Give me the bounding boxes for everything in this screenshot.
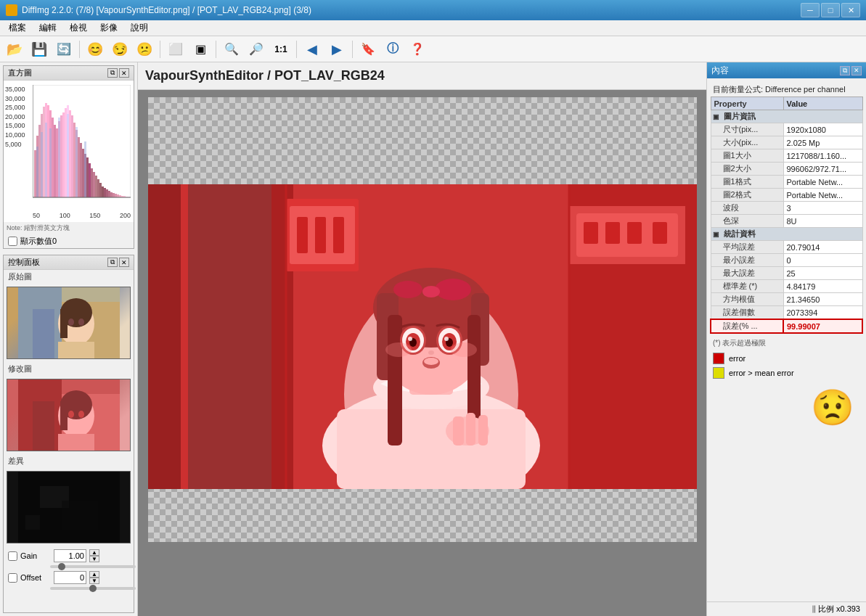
bookmark-button[interactable]: 🔖 bbox=[356, 39, 380, 59]
modified-thumb-svg bbox=[18, 379, 120, 451]
prop-img1-fmt-value: Portable Netw... bbox=[783, 176, 862, 189]
title-bar-left: DiffImg 2.2.0: (7/8) [VapourSynthEditor.… bbox=[6, 4, 311, 16]
gain-slider-row bbox=[8, 565, 129, 568]
prop-img1-size-label: 圖1大小 bbox=[711, 149, 783, 163]
svg-point-74 bbox=[78, 411, 84, 418]
show-numbers-label: 顯示數值0 bbox=[20, 236, 57, 247]
original-thumb-svg bbox=[18, 287, 120, 358]
image-viewport[interactable] bbox=[138, 90, 706, 616]
next-button[interactable]: ▶ bbox=[325, 39, 348, 59]
layout1-button[interactable]: ⬜ bbox=[164, 39, 187, 59]
menu-bar: 檔案 編輯 檢視 影像 說明 bbox=[0, 20, 866, 36]
prev-button[interactable]: ◀ bbox=[301, 39, 324, 59]
scale-11-button[interactable]: 1:1 bbox=[269, 39, 293, 59]
svg-rect-126 bbox=[478, 415, 488, 445]
diff-thumbnail[interactable] bbox=[7, 471, 131, 543]
svg-rect-31 bbox=[99, 183, 102, 197]
svg-rect-51 bbox=[75, 127, 78, 197]
prop-row-err-pct: 誤差(% ... 99.99007 bbox=[711, 319, 862, 333]
stats-header-cell: ▣ 統計資料 bbox=[711, 228, 862, 241]
menu-edit[interactable]: 編輯 bbox=[33, 20, 62, 36]
smiley2-button[interactable]: 😏 bbox=[108, 39, 131, 59]
image-canvas[interactable] bbox=[148, 97, 697, 542]
right-panel-float-button[interactable]: ⧉ bbox=[840, 66, 850, 75]
svg-rect-21 bbox=[78, 137, 80, 197]
svg-rect-5 bbox=[43, 107, 45, 197]
refresh-button[interactable]: 🔄 bbox=[52, 39, 75, 59]
gain-slider[interactable] bbox=[50, 565, 136, 568]
offset-slider[interactable] bbox=[50, 587, 136, 590]
original-thumbnail[interactable] bbox=[7, 287, 131, 359]
menu-help[interactable]: 說明 bbox=[125, 20, 154, 36]
gain-up-button[interactable]: ▲ bbox=[89, 549, 99, 556]
prop-row-depth: 色深 8U bbox=[711, 215, 862, 228]
legend-mean-error-color bbox=[713, 367, 724, 379]
metric-formula-label: 目前衡量公式: Difference per channel bbox=[710, 81, 863, 96]
svg-point-106 bbox=[422, 286, 440, 297]
histogram-float-button[interactable]: ⧉ bbox=[107, 68, 118, 78]
prop-img1-size-value: 1217088/1.160... bbox=[783, 149, 862, 163]
offset-input[interactable] bbox=[54, 571, 86, 584]
open-button[interactable]: 📂 bbox=[3, 39, 26, 59]
zoom-in-button[interactable]: 🔎 bbox=[245, 39, 268, 59]
svg-rect-11 bbox=[56, 128, 58, 197]
prop-err-count-label: 誤差個數 bbox=[711, 306, 783, 320]
svg-rect-26 bbox=[89, 163, 91, 197]
histogram-title: 直方圖 ⧉ ✕ bbox=[4, 66, 134, 81]
info-button[interactable]: ⓘ bbox=[381, 39, 404, 59]
prop-row-max-err: 最大誤差 25 bbox=[711, 267, 862, 280]
svg-rect-92 bbox=[315, 217, 326, 253]
left-panel: 直方圖 ⧉ ✕ 35,000 30,000 25,000 20,000 15,0… bbox=[0, 62, 138, 616]
layout2-button[interactable]: ▣ bbox=[189, 39, 212, 59]
prop-max-err-value: 25 bbox=[783, 267, 862, 280]
prop-row-img1-fmt: 圖1格式 Portable Netw... bbox=[711, 176, 862, 189]
help-button[interactable]: ❓ bbox=[406, 39, 429, 59]
close-button[interactable]: ✕ bbox=[841, 3, 860, 17]
svg-rect-82 bbox=[184, 184, 271, 489]
menu-view[interactable]: 檢視 bbox=[64, 20, 93, 36]
prop-rms-value: 21.34650 bbox=[783, 293, 862, 306]
save-button[interactable]: 💾 bbox=[28, 39, 51, 59]
svg-rect-93 bbox=[333, 217, 344, 253]
prop-img2-size-value: 996062/972.71... bbox=[783, 163, 862, 176]
smiley1-button[interactable]: 😊 bbox=[83, 39, 107, 59]
control-close-button[interactable]: ✕ bbox=[119, 258, 129, 267]
scale-bar: ‖ 比例 x0.393 bbox=[707, 601, 866, 616]
right-panel-close-button[interactable]: ✕ bbox=[851, 66, 862, 75]
smiley3-button[interactable]: 😕 bbox=[133, 39, 156, 59]
menu-file[interactable]: 檔案 bbox=[3, 20, 32, 36]
histogram-close-button[interactable]: ✕ bbox=[119, 68, 129, 78]
show-numbers-checkbox[interactable] bbox=[8, 237, 17, 246]
gain-input[interactable] bbox=[54, 549, 86, 562]
gain-checkbox[interactable] bbox=[8, 551, 17, 561]
svg-rect-72 bbox=[60, 401, 68, 430]
gain-down-button[interactable]: ▼ bbox=[89, 556, 99, 562]
minimize-button[interactable]: ─ bbox=[801, 3, 820, 17]
control-float-button[interactable]: ⧉ bbox=[107, 258, 118, 267]
histogram-y-labels: 35,000 30,000 25,000 20,000 15,000 10,00… bbox=[5, 85, 25, 149]
maximize-button[interactable]: □ bbox=[821, 3, 840, 17]
svg-point-63 bbox=[68, 319, 74, 326]
svg-rect-1 bbox=[34, 150, 36, 197]
prop-mean-err-value: 20.79014 bbox=[783, 241, 862, 254]
prop-row-img2-fmt: 圖2格式 Portable Netw... bbox=[711, 189, 862, 202]
zoom-button[interactable]: 🔍 bbox=[220, 39, 243, 59]
offset-label: Offset bbox=[20, 573, 51, 582]
offset-checkbox[interactable] bbox=[8, 573, 17, 583]
value-col-header: Value bbox=[783, 97, 862, 110]
svg-rect-78 bbox=[25, 515, 40, 530]
modified-thumbnail[interactable] bbox=[7, 379, 131, 451]
menu-image[interactable]: 影像 bbox=[94, 20, 123, 36]
svg-rect-30 bbox=[97, 179, 99, 197]
toolbar: 📂 💾 🔄 😊 😏 😕 ⬜ ▣ 🔍 🔎 1:1 ◀ ▶ 🔖 ⓘ ❓ bbox=[0, 36, 866, 62]
offset-up-button[interactable]: ▲ bbox=[89, 571, 99, 578]
legend-error-label: error bbox=[729, 354, 746, 363]
legend-error-color bbox=[713, 353, 724, 364]
right-panel-buttons: ⧉ ✕ bbox=[840, 66, 862, 75]
svg-rect-34 bbox=[106, 189, 108, 197]
stats-collapse-icon: ▣ bbox=[713, 231, 719, 238]
prop-img2-fmt-value: Portable Netw... bbox=[783, 189, 862, 202]
svg-rect-15 bbox=[65, 108, 67, 197]
histogram-x-labels: 50 100 150 200 bbox=[33, 212, 131, 219]
offset-down-button[interactable]: ▼ bbox=[89, 578, 99, 584]
